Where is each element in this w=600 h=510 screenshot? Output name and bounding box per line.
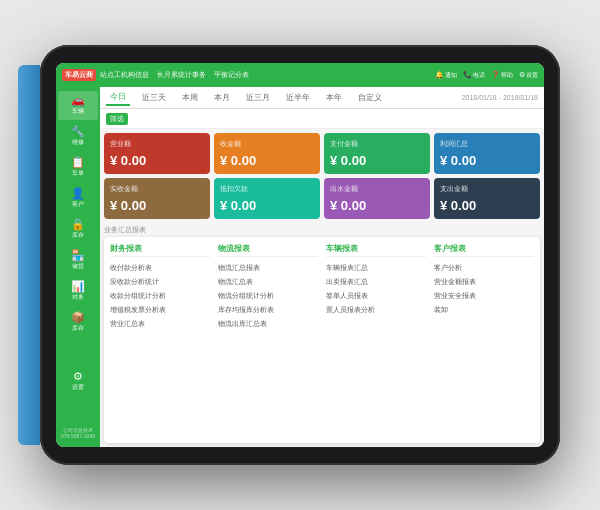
card-amount-r1-2: ¥ 0.00 (330, 153, 424, 168)
card-row2-3[interactable]: 支出金额 ¥ 0.00 (434, 178, 540, 219)
sidebar-item-storage[interactable]: 🏪 储货 (58, 246, 98, 275)
subnav-custom[interactable]: 自定义 (354, 90, 386, 105)
logo-badge: 车易云商 (62, 69, 96, 81)
help-icon[interactable]: ❓帮助 (491, 71, 513, 80)
menu-item-3-2[interactable]: 营业安全报表 (434, 289, 534, 303)
menu-col-header-1: 物流报表 (218, 243, 318, 257)
sidebar-item-vehicle[interactable]: 🚗 车辆 (58, 91, 98, 120)
card-title-r1-2: 支付金额 (330, 139, 424, 149)
menu-item-0-2[interactable]: 收款分组统计分析 (110, 289, 210, 303)
card-amount-r2-3: ¥ 0.00 (440, 198, 534, 213)
subnav-year[interactable]: 本年 (322, 90, 346, 105)
phone-icon[interactable]: 📞电话 (463, 71, 485, 80)
sidebar-item-inventory[interactable]: 🔒 库存 (58, 215, 98, 244)
card-title-r2-2: 出水金额 (330, 184, 424, 194)
sidebar-label-orders: 车单 (72, 169, 84, 178)
top-bar-icons: 🔔通知 📞电话 ❓帮助 ⚙设置 (435, 71, 538, 80)
top-bar-nav: 站点工机构信息 长月累统计事务 平衡记分表 (100, 70, 431, 80)
subnav-month[interactable]: 本月 (210, 90, 234, 105)
menu-item-2-0[interactable]: 车辆报表汇总 (326, 261, 426, 275)
card-amount-r2-1: ¥ 0.00 (220, 198, 314, 213)
subnav-today[interactable]: 今日 (106, 89, 130, 106)
filter-bar: 筛选 (100, 109, 544, 129)
sidebar-item-warehouse[interactable]: 📦 库存 (58, 308, 98, 337)
date-end: 2018/01/18 (503, 94, 538, 101)
card-title-r1-3: 利润汇总 (440, 139, 534, 149)
menu-item-1-1[interactable]: 物流汇总表 (218, 275, 318, 289)
content-area: 今日 近三天 本周 本月 近三月 近半年 本年 自定义 2018/01/18 -… (100, 87, 544, 447)
menu-item-1-4[interactable]: 物流出库汇总表 (218, 317, 318, 331)
menu-col-header-3: 客户报表 (434, 243, 534, 257)
nav-item-2[interactable]: 长月累统计事务 (157, 71, 206, 78)
sidebar-label-vehicle: 车辆 (72, 107, 84, 116)
subnav-week[interactable]: 本周 (178, 90, 202, 105)
menu-col-header-2: 车辆报表 (326, 243, 426, 257)
menu-columns: 财务报表收付款分析表应收款分析统计收款分组统计分析增值税发票分析表营业汇总表物流… (104, 237, 540, 337)
card-row1-3[interactable]: 利润汇总 ¥ 0.00 (434, 133, 540, 174)
sidebar-item-orders[interactable]: 📋 车单 (58, 153, 98, 182)
card-title-r1-0: 营业额 (110, 139, 204, 149)
inventory-icon: 🔒 (71, 219, 85, 230)
sidebar-item-repair[interactable]: 🔧 维修 (58, 122, 98, 151)
storage-icon: 🏪 (71, 250, 85, 261)
finance-icon: 📊 (71, 281, 85, 292)
sidebar-label-customers: 客户 (72, 200, 84, 209)
main-layout: 🚗 车辆 🔧 维修 📋 车单 👤 客户 (56, 87, 544, 447)
menu-item-3-1[interactable]: 营业金额报表 (434, 275, 534, 289)
subnav-3days[interactable]: 近三天 (138, 90, 170, 105)
card-amount-r1-0: ¥ 0.00 (110, 153, 204, 168)
cards-row2: 实收金额 ¥ 0.00 抵扣欠款 ¥ 0.00 出水金额 ¥ 0.00 支出金额… (100, 178, 544, 223)
section-label: 业务汇总报表 (100, 223, 544, 237)
card-row2-2[interactable]: 出水金额 ¥ 0.00 (324, 178, 430, 219)
menu-item-0-1[interactable]: 应收款分析统计 (110, 275, 210, 289)
sidebar-item-customers[interactable]: 👤 客户 (58, 184, 98, 213)
menu-item-0-0[interactable]: 收付款分析表 (110, 261, 210, 275)
menu-item-3-0[interactable]: 客户分析 (434, 261, 534, 275)
orders-icon: 📋 (71, 157, 85, 168)
menu-item-1-0[interactable]: 物流汇总报表 (218, 261, 318, 275)
card-amount-r2-2: ¥ 0.00 (330, 198, 424, 213)
sidebar-label-settings: 设置 (72, 383, 84, 392)
menu-col-1: 物流报表物流汇总报表物流汇总表物流分组统计分析库存均报库分析表物流出库汇总表 (218, 243, 318, 331)
top-bar: 车易云商 站点工机构信息 长月累统计事务 平衡记分表 🔔通知 📞电话 ❓帮助 ⚙… (56, 63, 544, 87)
menu-item-2-3[interactable]: 置人员报表分析 (326, 303, 426, 317)
menu-item-2-2[interactable]: 签单人员报表 (326, 289, 426, 303)
vehicle-icon: 🚗 (71, 95, 85, 106)
tablet-device: 车易云商 站点工机构信息 长月累统计事务 平衡记分表 🔔通知 📞电话 ❓帮助 ⚙… (40, 45, 560, 465)
nav-item-3[interactable]: 平衡记分表 (214, 71, 249, 78)
subnav-halfyear[interactable]: 近半年 (282, 90, 314, 105)
menu-item-1-3[interactable]: 库存均报库分析表 (218, 303, 318, 317)
menu-item-0-4[interactable]: 营业汇总表 (110, 317, 210, 331)
repair-icon: 🔧 (71, 126, 85, 137)
sidebar-item-finance[interactable]: 📊 对务 (58, 277, 98, 306)
card-row1-2[interactable]: 支付金额 ¥ 0.00 (324, 133, 430, 174)
filter-button[interactable]: 筛选 (106, 113, 128, 125)
sub-nav: 今日 近三天 本周 本月 近三月 近半年 本年 自定义 2018/01/18 -… (100, 87, 544, 109)
card-amount-r1-3: ¥ 0.00 (440, 153, 534, 168)
card-row2-0[interactable]: 实收金额 ¥ 0.00 (104, 178, 210, 219)
card-title-r2-1: 抵扣欠款 (220, 184, 314, 194)
menu-col-0: 财务报表收付款分析表应收款分析统计收款分组统计分析增值税发票分析表营业汇总表 (110, 243, 210, 331)
card-title-r1-1: 收金额 (220, 139, 314, 149)
card-amount-r1-1: ¥ 0.00 (220, 153, 314, 168)
sidebar: 🚗 车辆 🔧 维修 📋 车单 👤 客户 (56, 87, 100, 447)
sidebar-item-settings[interactable]: ⚙ 设置 (58, 367, 98, 396)
menu-col-3: 客户报表客户分析营业金额报表营业安全报表装卸 (434, 243, 534, 331)
menu-item-3-3[interactable]: 装卸 (434, 303, 534, 317)
card-row1-0[interactable]: 营业额 ¥ 0.00 (104, 133, 210, 174)
date-start: 2018/01/18 (462, 94, 497, 101)
menu-col-header-0: 财务报表 (110, 243, 210, 257)
customers-icon: 👤 (71, 188, 85, 199)
settings-icon[interactable]: ⚙设置 (519, 71, 538, 80)
subnav-3months[interactable]: 近三月 (242, 90, 274, 105)
sidebar-bottom: 公司信息技术 078-5067-1099 (56, 425, 100, 447)
notification-icon[interactable]: 🔔通知 (435, 71, 457, 80)
card-row1-1[interactable]: 收金额 ¥ 0.00 (214, 133, 320, 174)
card-amount-r2-0: ¥ 0.00 (110, 198, 204, 213)
nav-item-1[interactable]: 站点工机构信息 (100, 71, 149, 78)
sidebar-label-inventory: 库存 (72, 231, 84, 240)
menu-item-1-2[interactable]: 物流分组统计分析 (218, 289, 318, 303)
menu-item-0-3[interactable]: 增值税发票分析表 (110, 303, 210, 317)
menu-item-2-1[interactable]: 出卖报表汇总 (326, 275, 426, 289)
card-row2-1[interactable]: 抵扣欠款 ¥ 0.00 (214, 178, 320, 219)
